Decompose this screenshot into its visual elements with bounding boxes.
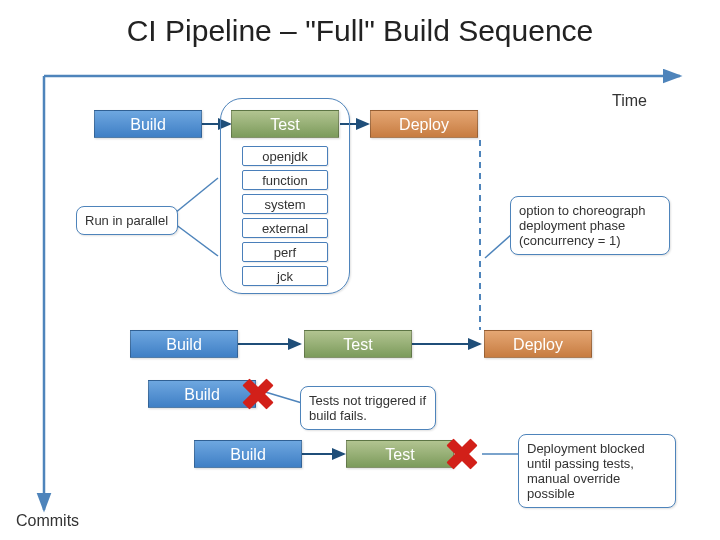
stage-build-row4: Build: [194, 440, 302, 468]
test-sub-system: system: [242, 194, 328, 214]
callout-tests-not-triggered: Tests not triggered if build fails.: [300, 386, 436, 430]
test-sub-perf: perf: [242, 242, 328, 262]
callout-choreograph: option to choreograph deployment phase (…: [510, 196, 670, 255]
stage-build: Build: [94, 110, 202, 138]
stage-test: Test: [231, 110, 339, 138]
axis-label-time: Time: [612, 92, 647, 110]
test-sub-openjdk: openjdk: [242, 146, 328, 166]
stage-deploy: Deploy: [370, 110, 478, 138]
callout-run-parallel: Run in parallel: [76, 206, 178, 235]
test-sub-jck: jck: [242, 266, 328, 286]
stage-test-row2: Test: [304, 330, 412, 358]
callout-deploy-blocked: Deployment blocked until passing tests, …: [518, 434, 676, 508]
diagram-canvas: Time Commits Build Test openjdk function…: [0, 0, 720, 540]
stage-build-row2: Build: [130, 330, 238, 358]
axis-label-commits: Commits: [16, 512, 79, 530]
test-sub-external: external: [242, 218, 328, 238]
x-icon-2: [444, 436, 480, 472]
x-icon: [240, 376, 276, 412]
stage-test-row4: Test: [346, 440, 454, 468]
test-sub-function: function: [242, 170, 328, 190]
stage-deploy-row2: Deploy: [484, 330, 592, 358]
